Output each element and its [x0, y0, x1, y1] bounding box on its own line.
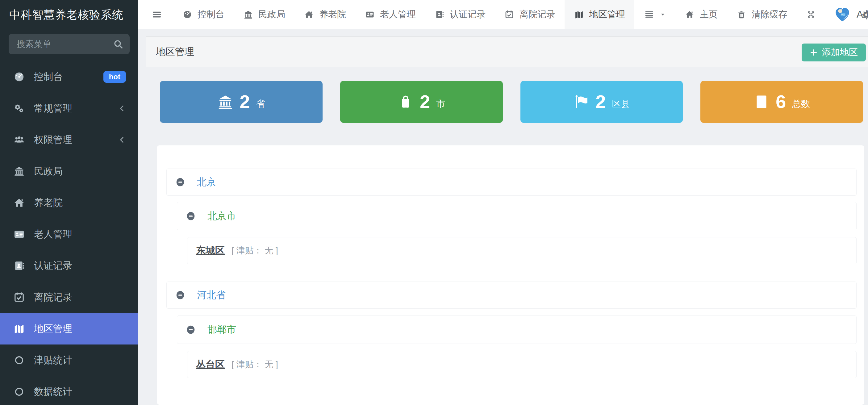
trash-icon: [736, 10, 747, 19]
sidebar-item-label: 常规管理: [34, 102, 72, 115]
tab-list-dropdown[interactable]: [634, 0, 675, 29]
id-card-icon: [365, 10, 375, 19]
navbar-right: 主页 清除缓存 Admin: [634, 0, 868, 29]
collapse-minus-icon[interactable]: [175, 177, 185, 187]
sidebar-item-label: 权限管理: [34, 133, 72, 146]
district-link[interactable]: 东城区: [196, 244, 225, 257]
province-link[interactable]: 河北省: [197, 289, 226, 302]
sidebar-item-label: 地区管理: [34, 322, 72, 335]
sidebar-item-auth-records[interactable]: 认证记录: [0, 250, 138, 282]
nav-tab-region-management[interactable]: 地区管理: [564, 0, 634, 29]
hot-badge: hot: [103, 71, 126, 83]
home-icon: [12, 197, 26, 208]
sidebar-menu: 控制台 hot 常规管理 权限管理 民政局 养老院 老人管理 认证记录: [0, 61, 138, 405]
stat-card-total[interactable]: 6 总数: [701, 81, 863, 123]
stat-unit: 区县: [612, 98, 630, 110]
sidebar-item-elder-management[interactable]: 老人管理: [0, 219, 138, 250]
users-icon: [12, 134, 26, 146]
circle-icon: [12, 386, 26, 397]
province-link[interactable]: 北京: [197, 176, 216, 189]
briefcase-icon: [398, 94, 414, 110]
sidebar-search: [9, 34, 130, 54]
sidebar-toggle-button[interactable]: [138, 0, 173, 29]
sidebar-item-civil-affairs[interactable]: 民政局: [0, 156, 138, 187]
add-region-button[interactable]: 添加地区: [802, 43, 866, 61]
id-card-icon: [12, 229, 26, 240]
tree-row-province: 河北省: [166, 282, 857, 309]
nav-tab-civil-affairs[interactable]: 民政局: [234, 0, 294, 29]
address-book-icon: [12, 260, 26, 271]
add-region-label: 添加地区: [822, 46, 858, 59]
sidebar-item-region-management[interactable]: 地区管理: [0, 313, 138, 344]
gauge-icon: [12, 71, 26, 83]
stat-value: 2: [595, 93, 606, 111]
app-title: 中科智慧养老核验系统: [0, 0, 138, 30]
sidebar-item-console[interactable]: 控制台 hot: [0, 61, 138, 93]
sidebar-item-nursing-home[interactable]: 养老院: [0, 187, 138, 219]
sidebar-item-subsidy-stats[interactable]: 津贴统计: [0, 344, 138, 376]
sidebar-item-label: 离院记录: [34, 291, 72, 304]
stat-card-provinces[interactable]: 2 省: [160, 81, 322, 123]
plus-icon: [810, 49, 818, 57]
chevron-left-icon: [118, 136, 126, 144]
nav-tab-nursing-home[interactable]: 养老院: [294, 0, 355, 29]
gears-icon: [12, 103, 26, 114]
nav-tab-console[interactable]: 控制台: [173, 0, 234, 29]
stat-unit: 市: [436, 98, 445, 110]
gear-icon[interactable]: [861, 9, 868, 21]
sidebar-item-label: 津贴统计: [34, 354, 72, 367]
nav-tab-label: 认证记录: [450, 8, 486, 21]
sidebar-item-data-stats[interactable]: 数据统计: [0, 376, 138, 405]
nav-tab-auth-records[interactable]: 认证记录: [425, 0, 495, 29]
nav-tab-label: 控制台: [197, 8, 224, 21]
fullscreen-button[interactable]: [797, 0, 825, 29]
region-tree-panel: 北京 北京市 东城区 [ 津贴： 无 ] 河北省 邯郸市 丛台区 [ 津贴： 无…: [157, 145, 864, 405]
sidebar-item-permission-management[interactable]: 权限管理: [0, 124, 138, 156]
calendar-check-icon: [12, 292, 26, 303]
map-icon: [574, 10, 584, 19]
city-link[interactable]: 邯郸市: [208, 323, 236, 336]
tree-row-city: 北京市: [177, 202, 857, 230]
search-input[interactable]: [9, 34, 130, 54]
stat-unit: 省: [256, 98, 265, 110]
clear-cache-label: 清除缓存: [752, 8, 787, 21]
nav-tab-label: 离院记录: [520, 8, 555, 21]
expand-icon: [806, 10, 816, 19]
calendar-check-icon: [504, 10, 515, 19]
sidebar-item-discharge-records[interactable]: 离院记录: [0, 282, 138, 313]
city-link[interactable]: 北京市: [208, 210, 236, 223]
nav-tab-elder-management[interactable]: 老人管理: [355, 0, 425, 29]
district-link[interactable]: 丛台区: [196, 358, 225, 371]
list-icon: [644, 10, 655, 19]
nav-tab-label: 养老院: [319, 8, 346, 21]
sidebar-item-label: 养老院: [34, 196, 63, 209]
circle-icon: [12, 355, 26, 366]
stat-unit: 总数: [792, 98, 810, 110]
stat-cards: 2 省 2 市 2 区县 6 总数: [138, 67, 868, 123]
top-navbar: 控制台 民政局 养老院 老人管理 认证记录 离院记录 地区管理 主页 清除缓: [138, 0, 868, 29]
stat-value: 6: [776, 93, 786, 111]
collapse-minus-icon[interactable]: [186, 325, 196, 335]
sidebar-item-label: 数据统计: [34, 385, 72, 398]
stat-card-districts[interactable]: 2 区县: [521, 81, 683, 123]
home-link[interactable]: 主页: [675, 0, 727, 29]
home-icon: [684, 10, 695, 19]
stat-card-cities[interactable]: 2 市: [340, 81, 503, 123]
nav-tab-discharge-records[interactable]: 离院记录: [495, 0, 564, 29]
sidebar-item-label: 认证记录: [34, 259, 72, 272]
nav-tab-label: 老人管理: [380, 8, 416, 21]
tree-row-district: 丛台区 [ 津贴： 无 ]: [187, 351, 857, 378]
flag-icon: [573, 94, 589, 110]
collapse-minus-icon[interactable]: [175, 290, 185, 300]
home-link-label: 主页: [700, 8, 718, 21]
search-icon[interactable]: [113, 39, 123, 50]
collapse-minus-icon[interactable]: [186, 211, 196, 221]
sidebar-item-label: 民政局: [34, 165, 63, 178]
clear-cache-button[interactable]: 清除缓存: [727, 0, 797, 29]
sidebar-item-general-management[interactable]: 常规管理: [0, 93, 138, 124]
caret-down-icon: [660, 10, 666, 19]
subsidy-label: [ 津贴： 无 ]: [231, 359, 278, 370]
stat-value: 2: [240, 93, 250, 111]
sidebar-item-label: 老人管理: [34, 228, 72, 241]
building-icon: [753, 94, 770, 110]
